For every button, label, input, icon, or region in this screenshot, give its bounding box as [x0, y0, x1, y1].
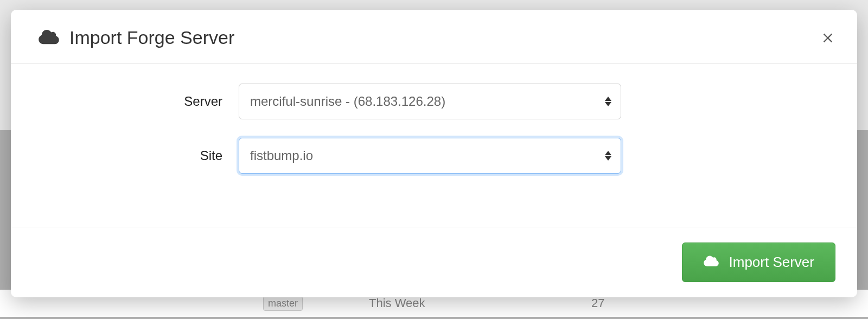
- server-label: Server: [38, 94, 239, 109]
- form-row-server: Server merciful-sunrise - (68.183.126.28…: [38, 84, 830, 119]
- import-forge-server-modal: Import Forge Server Server merciful-sunr…: [11, 10, 857, 297]
- modal-footer: Import Server: [11, 227, 857, 297]
- form-row-site: Site fistbump.io: [38, 138, 830, 174]
- import-button-label: Import Server: [729, 254, 815, 271]
- server-select[interactable]: merciful-sunrise - (68.183.126.28): [239, 84, 621, 119]
- site-select-value: fistbump.io: [250, 148, 313, 163]
- import-server-button[interactable]: Import Server: [682, 243, 836, 282]
- modal-header: Import Forge Server: [11, 10, 857, 64]
- server-select-wrap: merciful-sunrise - (68.183.126.28): [239, 84, 621, 119]
- cloud-icon: [703, 254, 719, 271]
- modal-title: Import Forge Server: [69, 27, 234, 48]
- modal-body: Server merciful-sunrise - (68.183.126.28…: [11, 64, 857, 227]
- site-select[interactable]: fistbump.io: [239, 138, 621, 174]
- site-select-wrap: fistbump.io: [239, 138, 621, 174]
- close-button[interactable]: [820, 30, 835, 46]
- site-label: Site: [38, 148, 239, 163]
- bg-badge: master: [263, 296, 303, 311]
- server-select-value: merciful-sunrise - (68.183.126.28): [250, 94, 445, 109]
- cloud-icon: [38, 29, 60, 47]
- modal-title-wrap: Import Forge Server: [38, 27, 234, 48]
- bg-count: 27: [591, 296, 604, 310]
- bg-week: This Week: [369, 296, 425, 310]
